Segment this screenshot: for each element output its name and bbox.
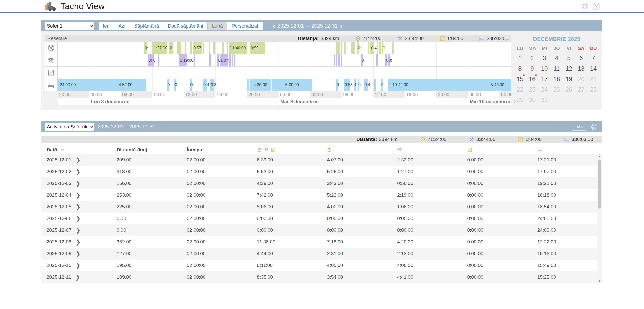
rest-activity-segment[interactable]: 0: — [174, 79, 176, 91]
calendar-day-17[interactable]: 17 — [538, 75, 551, 83]
calendar-day-8[interactable]: 8 — [514, 65, 526, 72]
row-date[interactable]: 2025-12-04❯ — [41, 192, 111, 198]
calendar-day-23[interactable]: 23 — [526, 86, 538, 93]
range-button-ieri[interactable]: Ieri — [99, 22, 114, 30]
row-expand-chevron-icon[interactable]: ❯ — [76, 157, 80, 163]
scroll-down-icon[interactable]: ▼ — [597, 279, 602, 283]
rest-activity-segment[interactable]: 0:4 — [364, 79, 368, 91]
calendar-day-20[interactable]: 20 — [575, 75, 587, 83]
driving-activity-segment[interactable] — [185, 42, 186, 54]
row-date[interactable]: 2025-12-09❯ — [41, 251, 111, 257]
table-scrollbar[interactable]: ▲ ▼ — [597, 154, 602, 283]
calendar-day-31[interactable]: 31 — [538, 96, 551, 104]
calendar-day-24[interactable]: 24 — [538, 86, 551, 93]
row-expand-chevron-icon[interactable]: ❯ — [76, 181, 80, 186]
rest-activity-segment[interactable]: 4:52:00 — [105, 79, 146, 91]
driving-activity-segment[interactable] — [152, 42, 154, 54]
rest-activity-segment[interactable]: 0: — [388, 79, 389, 91]
work-activity-segment[interactable] — [234, 54, 235, 66]
row-date[interactable]: 2025-12-11❯ — [41, 274, 111, 280]
driving-activity-segment[interactable] — [222, 42, 224, 54]
work-activity-segment[interactable] — [232, 54, 233, 66]
driving-activity-segment[interactable]: 0: — [357, 42, 359, 54]
driving-activity-segment[interactable] — [227, 42, 228, 54]
print-button[interactable] — [590, 123, 598, 131]
work-activity-segment[interactable] — [376, 54, 378, 66]
work-activity-segment[interactable]: 0 — [361, 54, 363, 66]
rest-activity-segment[interactable] — [247, 79, 249, 91]
driving-activity-segment[interactable] — [377, 42, 378, 54]
driving-activity-segment[interactable] — [338, 42, 340, 54]
calendar-day-19[interactable]: 19 — [563, 75, 575, 83]
calendar-day-5[interactable]: 5 — [563, 55, 575, 62]
calendar-day-2[interactable]: 2 — [526, 55, 538, 62]
calendar-day-29[interactable]: 29 — [514, 96, 526, 104]
calendar-day-9[interactable]: 9 — [526, 65, 538, 72]
calendar-day-6[interactable]: 6 — [575, 55, 587, 62]
calendar-day-18[interactable]: 18 — [551, 75, 563, 83]
calendar-day-7[interactable]: 7 — [587, 55, 599, 62]
driver-select[interactable]: Sofer 1 — [45, 22, 94, 30]
calendar-day-16[interactable]: 16 — [526, 75, 538, 83]
work-activity-segment[interactable] — [336, 54, 337, 66]
range-button-personalizat[interactable]: Personalizat — [227, 22, 263, 30]
calendar-day-22[interactable]: 22 — [514, 86, 526, 93]
work-activity-segment[interactable] — [229, 54, 231, 66]
calendar-day-28[interactable]: 28 — [587, 86, 599, 93]
row-date[interactable]: 2025-12-10❯ — [41, 263, 111, 268]
driving-activity-segment[interactable]: 0:4 — [370, 42, 374, 54]
row-expand-chevron-icon[interactable]: ❯ — [76, 192, 80, 198]
work-activity-segment[interactable] — [209, 54, 211, 66]
driving-activity-segment[interactable] — [379, 42, 381, 54]
rest-activity-segment[interactable]: 5:46:00 — [484, 79, 511, 91]
driving-activity-segment[interactable]: 0: — [229, 42, 231, 54]
driving-activity-segment[interactable]: 0:57: — [193, 42, 202, 54]
prev-range-icon[interactable]: ‹ — [273, 23, 275, 29]
calendar-day-12[interactable]: 12 — [563, 65, 575, 72]
row-date[interactable]: 2025-12-05❯ — [41, 204, 111, 210]
row-date[interactable]: 2025-12-07❯ — [41, 227, 111, 233]
calendar-day-4[interactable]: 4 — [551, 55, 563, 62]
row-expand-chevron-icon[interactable]: ❯ — [76, 251, 80, 257]
calendar-day-25[interactable]: 25 — [551, 86, 563, 93]
work-activity-segment[interactable]: 0 — [385, 54, 387, 66]
rest-activity-segment[interactable]: 0: — [167, 79, 169, 91]
work-activity-segment[interactable] — [341, 54, 342, 66]
rest-activity-segment[interactable]: 0 — [190, 79, 193, 91]
range-button-două-săptămâni[interactable]: Două săptămâni — [163, 22, 208, 30]
column-header-dat-[interactable]: Dată — [41, 147, 111, 153]
row-expand-chevron-icon[interactable]: ❯ — [76, 216, 80, 222]
rest-activity-segment[interactable]: 0 — [358, 79, 359, 91]
range-button-lună[interactable]: Lună — [208, 22, 227, 30]
driving-activity-segment[interactable] — [353, 42, 355, 54]
rest-activity-segment[interactable]: 0:3 — [210, 79, 214, 91]
export-xls-button[interactable]: .xls — [572, 123, 586, 131]
rest-activity-segment[interactable]: 0 — [381, 79, 383, 91]
driving-activity-segment[interactable]: 0:59: — [250, 42, 258, 54]
driving-activity-segment[interactable] — [258, 42, 265, 54]
driving-activity-segment[interactable] — [392, 42, 394, 54]
calendar-day-13[interactable]: 13 — [575, 65, 587, 72]
work-activity-segment[interactable] — [338, 54, 340, 66]
help-icon[interactable]: ? — [593, 3, 600, 10]
calendar-day-26[interactable]: 26 — [563, 86, 575, 93]
calendar-day-14[interactable]: 14 — [587, 65, 599, 72]
reset-button[interactable]: Resetare — [44, 36, 67, 41]
range-button-săptămână[interactable]: Săptămână — [130, 22, 163, 30]
driving-activity-segment[interactable] — [203, 42, 204, 54]
next-range-icon[interactable]: › — [340, 23, 342, 29]
work-activity-segment[interactable]: 0: — [388, 54, 390, 66]
calendar-day-15[interactable]: 15 — [514, 75, 526, 83]
driving-activity-segment[interactable] — [177, 42, 182, 54]
report-select[interactable]: Activitatea Șoferului — [45, 123, 94, 131]
row-expand-chevron-icon[interactable]: ❯ — [76, 263, 80, 268]
driving-activity-segment[interactable] — [209, 42, 210, 54]
work-activity-segment[interactable] — [158, 54, 159, 66]
range-button-azi[interactable]: Azi — [114, 22, 130, 30]
row-date[interactable]: 2025-12-03❯ — [41, 181, 111, 186]
settings-gear-icon[interactable]: ⚙ — [581, 2, 588, 10]
row-date[interactable]: 2025-12-08❯ — [41, 239, 111, 245]
driving-activity-segment[interactable]: 0 — [382, 42, 383, 54]
driving-activity-segment[interactable] — [351, 42, 353, 54]
rest-activity-segment[interactable]: 10:42:00 — [390, 79, 484, 91]
